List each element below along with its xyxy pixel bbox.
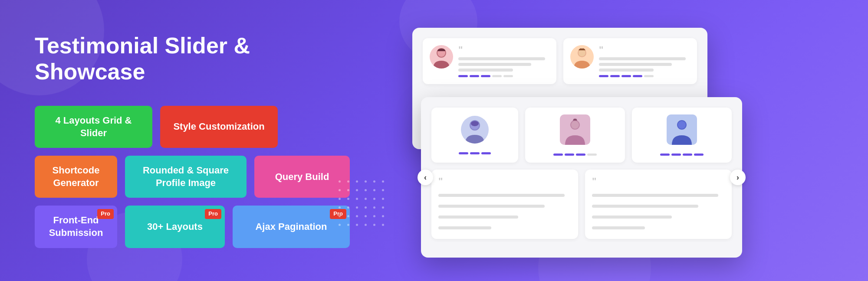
svg-point-12: [678, 121, 686, 129]
pro-badge-30layouts: Pro: [205, 209, 221, 219]
nav-arrow-right[interactable]: ›: [730, 170, 746, 185]
quote-mark-6: ": [438, 176, 443, 186]
feature-btn-style[interactable]: Style Customization: [160, 106, 278, 148]
preview-window-front: ‹ ›: [421, 97, 742, 258]
avatar-person-svg-5: [667, 114, 697, 145]
testimonial-card-2: ": [563, 38, 697, 84]
avatar-1: [430, 45, 453, 69]
feature-btn-30layouts[interactable]: 30+ Layouts Pro: [125, 206, 225, 248]
quote-mark-7: ": [592, 176, 596, 186]
testimonial-card-5: [632, 108, 732, 163]
preview-container: ": [412, 19, 751, 262]
quote-mark-2: ": [599, 45, 690, 55]
avatar-person-svg-1: [430, 45, 453, 69]
testimonial-card-4: [525, 108, 625, 163]
testimonial-card-3: [431, 108, 518, 163]
feature-grid: 4 Layouts Grid & Slider Style Customizat…: [35, 106, 278, 248]
avatar-3: [461, 116, 489, 144]
pro-badge-frontend: Pro: [97, 209, 114, 219]
rating-bar-4: [553, 154, 597, 156]
rating-bar-5: [660, 154, 704, 156]
rating-bar-1: [458, 75, 549, 77]
svg-point-3: [579, 49, 585, 56]
feature-btn-shortcode[interactable]: Shortcode Generator: [35, 156, 117, 198]
left-content: Testimonial Slider & Showcase 4 Layouts …: [0, 7, 312, 274]
quote-mark-1: ": [458, 45, 549, 55]
feature-btn-frontend[interactable]: Front-End Submission Pro: [35, 206, 117, 248]
testimonial-row-front-2: " ": [431, 170, 732, 239]
dot-grid-decoration: [339, 180, 387, 229]
avatar-person-svg-3: [461, 116, 489, 144]
testimonial-row-front-1: [431, 108, 732, 163]
testimonial-card-7: ": [585, 170, 732, 239]
banner: Testimonial Slider & Showcase 4 Layouts …: [0, 0, 868, 281]
feature-row-1: 4 Layouts Grid & Slider Style Customizat…: [35, 106, 278, 148]
testimonial-row-back-1: ": [423, 38, 697, 84]
page-title: Testimonial Slider & Showcase: [35, 33, 278, 85]
avatar-person-svg-2: [570, 45, 594, 69]
svg-point-6: [471, 121, 479, 126]
avatar-5: [667, 114, 697, 145]
rating-bar-2: [599, 75, 690, 77]
avatar-4: [560, 114, 590, 145]
avatar-person-svg-4: [560, 114, 590, 145]
right-content: ": [312, 0, 868, 281]
rating-bar-3: [459, 152, 491, 154]
feature-btn-layouts[interactable]: 4 Layouts Grid & Slider: [35, 106, 152, 148]
feature-row-3: Front-End Submission Pro 30+ Layouts Pro…: [35, 206, 278, 248]
svg-point-9: [571, 121, 579, 129]
avatar-2: [570, 45, 594, 69]
feature-row-2: Shortcode Generator Rounded & Square Pro…: [35, 156, 278, 198]
testimonial-card-6: ": [431, 170, 578, 239]
feature-btn-profile[interactable]: Rounded & Square Profile Image: [125, 156, 247, 198]
testimonial-card-1: ": [423, 38, 556, 84]
nav-arrow-left[interactable]: ‹: [418, 170, 433, 185]
